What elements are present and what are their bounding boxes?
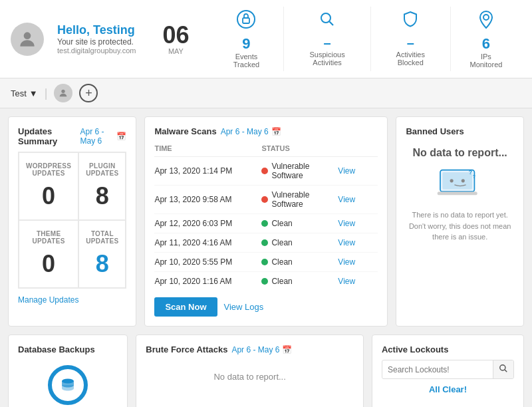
row-status: Vulnerable Software (261, 162, 338, 180)
stat-suspicious-value: – (324, 35, 331, 51)
row-time: Apr 10, 2020 1:16 AM (154, 277, 261, 286)
row-time: Apr 10, 2020 5:55 PM (154, 257, 261, 267)
search-icon (499, 364, 508, 373)
view-link[interactable]: View (338, 277, 378, 286)
svg-point-0 (24, 32, 31, 39)
updates-summary-card: Updates Summary Apr 6 - May 6 📅 WORDPRES… (8, 116, 136, 327)
subnav: Test ▼ | + (0, 78, 532, 108)
stats-bar: 9 Events Tracked – Suspicious Activities… (209, 7, 521, 71)
table-row: Apr 12, 2020 6:03 PM Clean View (154, 214, 378, 233)
status-dot-green (261, 239, 268, 246)
add-site-button[interactable]: + (79, 84, 98, 102)
stat-ips-value: 6 (482, 35, 490, 53)
row-status: Clean (261, 219, 338, 228)
table-row: Apr 13, 2020 1:14 PM Vulnerable Software… (154, 157, 378, 186)
database-backups-card: Database Backups (8, 335, 128, 407)
svg-rect-2 (243, 18, 249, 23)
table-row: Apr 13, 2020 9:58 AM Vulnerable Software… (154, 186, 378, 214)
scan-now-button[interactable]: Scan Now (154, 297, 217, 317)
updates-summary-title: Updates Summary Apr 6 - May 6 📅 (18, 126, 126, 146)
malware-table-header: TIME STATUS (154, 140, 378, 157)
stat-suspicious-label: Suspicious Activities (303, 51, 351, 67)
pin-icon (476, 9, 496, 34)
avatar (11, 23, 44, 56)
col-status: STATUS (261, 144, 338, 152)
status-dot-red (261, 196, 268, 203)
malware-date-range: Apr 6 - May 6 📅 (221, 127, 281, 136)
svg-point-9 (450, 179, 453, 182)
malware-scans-card: Malware Scans Apr 6 - May 6 📅 TIME STATU… (144, 116, 388, 327)
bottom-grid: Database Backups Brute Force Attacks Apr… (0, 335, 532, 407)
stat-activities-blocked[interactable]: – Activities Blocked (371, 7, 451, 71)
svg-point-1 (237, 11, 255, 28)
chevron-down-icon: ▼ (29, 88, 38, 98)
malware-actions: Scan Now View Logs (154, 297, 378, 317)
malware-title: Malware Scans Apr 6 - May 6 📅 (154, 126, 378, 136)
date-day: 06 (162, 23, 189, 47)
svg-line-4 (330, 22, 334, 26)
svg-point-3 (321, 13, 331, 23)
view-link[interactable]: View (338, 219, 378, 228)
calendar-icon-malware: 📅 (271, 127, 281, 136)
site-selector[interactable]: Test ▼ (11, 88, 38, 98)
svg-rect-13 (437, 192, 477, 195)
status-dot-red (261, 168, 268, 174)
updates-date-range: Apr 6 - May 6 📅 (80, 127, 127, 146)
theme-label: THEME UPDATES (26, 230, 71, 245)
stat-ips-monitored[interactable]: 6 IPs Monitored (451, 7, 521, 71)
brute-date-range: Apr 6 - May 6 📅 (231, 345, 292, 354)
view-link[interactable]: View (338, 195, 378, 204)
row-status: Vulnerable Software (261, 190, 338, 209)
stat-suspicious[interactable]: – Suspicious Activities (284, 7, 370, 71)
view-link[interactable]: View (338, 257, 378, 267)
wordpress-value: 0 (26, 182, 71, 210)
total-updates-cell: TOTAL UPDATES 8 (78, 220, 126, 288)
calendar-icon: 📅 (116, 132, 126, 141)
database-icon (58, 375, 78, 395)
db-progress-circle (48, 365, 88, 405)
stat-blocked-value: – (407, 35, 414, 51)
total-label: TOTAL UPDATES (86, 230, 118, 245)
main-grid: Updates Summary Apr 6 - May 6 📅 WORDPRES… (0, 108, 532, 335)
user-avatar-small[interactable] (54, 84, 72, 102)
theme-value: 0 (26, 250, 71, 278)
malware-rows: Apr 13, 2020 1:14 PM Vulnerable Software… (154, 157, 378, 291)
row-time: Apr 12, 2020 6:03 PM (154, 219, 261, 228)
separator: | (45, 86, 48, 100)
svg-text:?: ? (473, 174, 475, 179)
header: Hello, Testing Your site is protected. t… (0, 0, 532, 78)
calendar-icon-brute: 📅 (282, 345, 292, 354)
plugin-updates-cell: PLUGIN UPDATES 8 (78, 152, 126, 220)
status-dot-green (261, 259, 268, 265)
status-dot-green (261, 220, 268, 227)
table-row: Apr 10, 2020 5:55 PM Clean View (154, 253, 378, 272)
row-status: Clean (261, 257, 338, 267)
stat-blocked-label: Activities Blocked (390, 51, 432, 67)
manage-updates-link[interactable]: Manage Updates (18, 295, 78, 305)
col-action (338, 144, 378, 152)
site-url: test.digitalgroupbuy.com (57, 47, 136, 55)
banned-users-title: Banned Users (406, 126, 514, 136)
svg-point-6 (62, 90, 65, 93)
laptop-illustration: ? ? (434, 164, 487, 204)
user-icon-small (58, 88, 68, 98)
greeting-name: Hello, Testing (57, 23, 136, 37)
db-circle-area (18, 358, 118, 407)
wordpress-updates-cell: WORDPRESS UPDATES 0 (19, 152, 78, 220)
stat-ips-label: IPs Monitored (469, 53, 503, 68)
no-data-text: No data to report... (413, 147, 507, 159)
view-link[interactable]: View (338, 166, 378, 176)
svg-point-5 (483, 15, 489, 20)
search-lockouts-input[interactable] (382, 362, 493, 378)
col-time: TIME (154, 144, 261, 152)
view-logs-link[interactable]: View Logs (224, 302, 264, 312)
database-title: Database Backups (18, 344, 118, 354)
brute-force-title: Brute Force Attacks Apr 6 - May 6 📅 (146, 344, 354, 354)
table-row: Apr 10, 2020 1:16 AM Clean View (154, 272, 378, 291)
stat-events-tracked[interactable]: 9 Events Tracked (209, 7, 284, 71)
view-link[interactable]: View (338, 238, 378, 247)
date-month: MAY (168, 47, 184, 55)
row-time: Apr 11, 2020 4:16 AM (154, 238, 261, 247)
brute-no-data: No data to report... (146, 358, 354, 395)
search-lockouts-button[interactable] (493, 360, 513, 378)
